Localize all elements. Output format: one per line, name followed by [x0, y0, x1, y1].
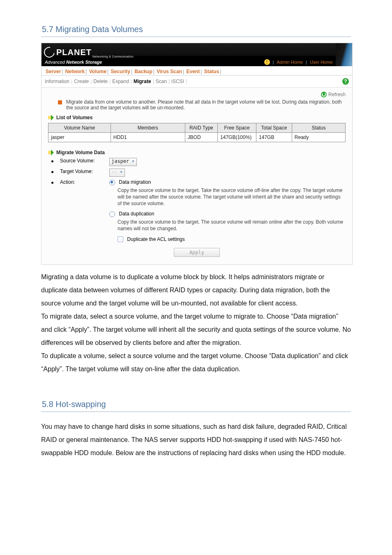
list-of-volumes-heading: List of Volumes	[48, 115, 346, 120]
nav1-virus-scan[interactable]: Virus Scan	[157, 69, 182, 74]
section-title-57: 5.7 Migrating Data Volumes	[41, 25, 351, 37]
apply-button[interactable]: Apply	[174, 248, 220, 257]
source-volume-select[interactable]: jasper▾	[109, 158, 137, 166]
nav1-network[interactable]: Network	[65, 69, 85, 74]
tab-iscsi[interactable]: iSCSI	[171, 79, 184, 84]
target-volume-select[interactable]: --▾	[109, 169, 125, 177]
migrate-note: Migrate data from one volume to another.…	[66, 99, 346, 111]
product-title: Advanced Network Storage	[45, 60, 102, 65]
secondary-nav: Information| Create| Delete| Expand| Mig…	[42, 75, 352, 88]
help-link[interactable]: Help	[339, 60, 349, 65]
opt-data-migration-label: Data migration	[119, 179, 151, 185]
cell-status: Ready	[292, 133, 345, 142]
brand-wordmark: PLANET	[56, 48, 92, 57]
alert-icon[interactable]: !	[264, 59, 270, 65]
note-bullet-icon	[58, 100, 62, 104]
planet-logo-icon	[42, 45, 57, 60]
separator: |	[306, 60, 307, 65]
body-paragraph-1: Migrating a data volume is to duplicate …	[41, 271, 351, 310]
product-title-pre: Advanced	[45, 60, 66, 65]
arrow-icon	[48, 150, 54, 155]
nav1-security[interactable]: Security	[111, 69, 130, 74]
cell-free-space: 147GB(100%)	[218, 133, 256, 142]
cell-raid-type: JBOD	[185, 133, 218, 142]
duplicate-acl-label: Duplicate the ACL settings	[127, 236, 184, 242]
col-total-space: Total Space	[256, 123, 292, 133]
chevron-down-icon: ▾	[120, 169, 122, 175]
col-members: Members	[111, 123, 185, 133]
nav1-server[interactable]: Server	[46, 69, 61, 74]
cell-members: HDD1	[111, 133, 185, 142]
tab-expand[interactable]: Expand	[112, 79, 129, 84]
table-row[interactable]: jasper HDD1 JBOD 147GB(100%) 147GB Ready	[48, 133, 346, 142]
target-volume-value: --	[111, 169, 117, 175]
nav1-backup[interactable]: Backup	[134, 69, 152, 74]
source-volume-label: Source Volume:	[60, 158, 105, 164]
volumes-table: Volume Name Members RAID Type Free Space…	[48, 123, 346, 142]
refresh-link[interactable]: Refresh	[48, 92, 346, 97]
migrate-volume-data-heading: Migrate Volume Data	[48, 150, 346, 155]
body-paragraph-3: To duplicate a volume, select a source v…	[41, 349, 351, 376]
admin-home-link[interactable]: Admin Home	[277, 60, 303, 65]
nav1-event[interactable]: Event	[187, 69, 200, 74]
app-header: PLANET Networking & Communication Advanc…	[42, 43, 352, 66]
app-screenshot: PLANET Networking & Communication Advanc…	[41, 43, 353, 265]
bullet-icon	[51, 182, 53, 184]
brand-logo: PLANET Networking & Communication	[42, 43, 352, 60]
migrate-heading-label: Migrate Volume Data	[56, 150, 105, 155]
cell-total-space: 147GB	[256, 133, 292, 142]
nav1-volume[interactable]: Volume	[89, 69, 106, 74]
list-heading-label: List of Volumes	[56, 115, 92, 120]
bullet-icon	[51, 160, 53, 162]
refresh-icon	[321, 92, 327, 97]
tab-delete[interactable]: Delete	[93, 79, 108, 84]
radio-data-migration[interactable]	[109, 180, 115, 185]
body-paragraph-4: You may have to change hard disks in som…	[41, 420, 351, 460]
col-raid-type: RAID Type	[185, 123, 218, 133]
bullet-icon	[51, 171, 53, 173]
opt-data-migration-desc: Copy the source volume to the target. Ta…	[118, 187, 346, 207]
chevron-down-icon: ▾	[131, 158, 134, 164]
opt-data-duplication-label: Data duplication	[119, 211, 154, 217]
brand-tagline: Networking & Communication	[92, 55, 134, 58]
checkbox-duplicate-acl[interactable]	[118, 236, 123, 242]
refresh-label: Refresh	[328, 92, 346, 97]
tab-information[interactable]: Information	[45, 79, 69, 84]
col-status: Status	[292, 123, 345, 133]
action-label: Action:	[60, 179, 105, 185]
separator: |	[273, 60, 274, 65]
nav1-status[interactable]: Status	[204, 69, 219, 74]
col-volume-name: Volume Name	[48, 123, 111, 133]
source-volume-value: jasper	[111, 158, 129, 164]
col-free-space: Free Space	[218, 123, 256, 133]
product-title-bold: Network Storage	[66, 60, 102, 65]
section-title-58: 5.8 Hot-swapping	[41, 400, 351, 412]
user-home-link[interactable]: User Home	[310, 60, 333, 65]
tab-scan[interactable]: Scan	[156, 79, 167, 84]
body-paragraph-2: To migrate data, select a source volume,…	[41, 310, 351, 349]
primary-nav: Server| Network| Volume| Security| Backu…	[42, 66, 352, 75]
tab-create[interactable]: Create	[74, 79, 89, 84]
tab-migrate[interactable]: Migrate	[134, 79, 151, 84]
cell-volume-name: jasper	[48, 133, 111, 142]
arrow-icon	[48, 115, 54, 120]
help-icon[interactable]: ?	[342, 78, 349, 85]
opt-data-duplication-desc: Copy the source volume to the target. Th…	[118, 219, 346, 232]
separator: |	[336, 60, 337, 65]
radio-data-duplication[interactable]	[109, 211, 115, 217]
target-volume-label: Target Volume:	[60, 169, 105, 174]
